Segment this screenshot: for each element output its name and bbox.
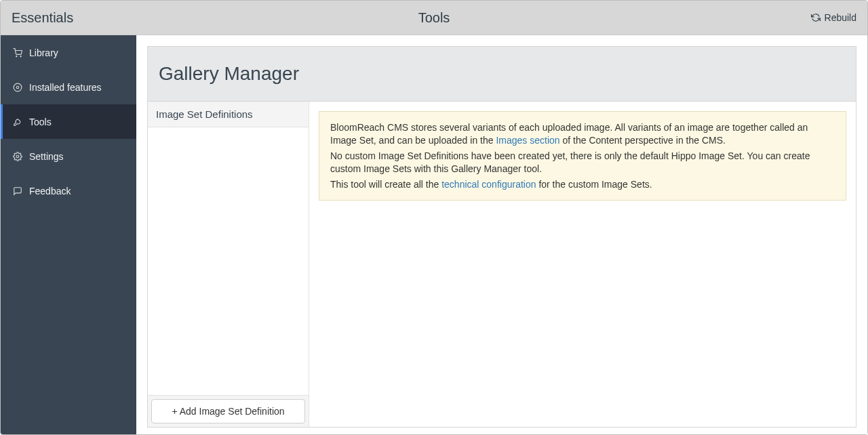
sidebar-item-library[interactable]: Library xyxy=(1,35,136,70)
main-content: Gallery Manager Image Set Definitions + … xyxy=(136,35,867,434)
notice-paragraph-3: This tool will create all the technical … xyxy=(330,178,835,191)
technical-configuration-link[interactable]: technical configuration xyxy=(441,179,536,190)
svg-point-3 xyxy=(16,86,19,89)
rebuild-button[interactable]: Rebuild xyxy=(811,12,856,23)
details-column: BloomReach CMS stores several variants o… xyxy=(309,102,856,427)
sidebar-item-installed-features[interactable]: Installed features xyxy=(1,70,136,104)
svg-point-2 xyxy=(14,83,22,91)
sidebar-item-settings[interactable]: Settings xyxy=(1,139,136,173)
info-notice: BloomReach CMS stores several variants o… xyxy=(319,111,846,201)
definitions-column: Image Set Definitions + Add Image Set De… xyxy=(148,102,309,427)
rebuild-label: Rebuild xyxy=(825,12,856,23)
disc-icon xyxy=(13,83,22,92)
sidebar-item-label: Feedback xyxy=(29,186,71,196)
notice-paragraph-1: BloomReach CMS stores several variants o… xyxy=(330,121,835,147)
sidebar-item-feedback[interactable]: Feedback xyxy=(1,173,136,208)
sidebar-item-tools[interactable]: Tools xyxy=(1,104,136,139)
definitions-header: Image Set Definitions xyxy=(148,102,309,127)
panel-title: Gallery Manager xyxy=(159,63,845,85)
svg-point-0 xyxy=(16,56,17,56)
add-image-set-button[interactable]: + Add Image Set Definition xyxy=(151,399,305,423)
sidebar-item-label: Installed features xyxy=(29,82,102,93)
sidebar-item-label: Settings xyxy=(29,151,64,162)
svg-point-1 xyxy=(20,56,21,56)
wrench-icon xyxy=(13,117,22,127)
svg-point-4 xyxy=(16,155,19,158)
refresh-icon xyxy=(811,13,821,22)
section-title: Tools xyxy=(418,10,450,26)
definitions-list xyxy=(148,127,309,395)
cart-icon xyxy=(13,48,22,58)
definitions-footer: + Add Image Set Definition xyxy=(148,395,309,427)
sidebar-item-label: Library xyxy=(29,47,58,58)
top-bar: Essentials Tools Rebuild xyxy=(1,1,867,35)
app-title: Essentials xyxy=(12,10,73,26)
sidebar: Library Installed features Tools Setting… xyxy=(1,35,136,434)
chat-icon xyxy=(13,186,22,196)
notice-paragraph-2: No custom Image Set Definitions have bee… xyxy=(330,150,835,175)
sidebar-item-label: Tools xyxy=(29,117,52,127)
images-section-link[interactable]: Images section xyxy=(496,135,559,146)
gallery-manager-panel: Gallery Manager Image Set Definitions + … xyxy=(147,46,856,428)
gear-icon xyxy=(13,152,22,161)
panel-header: Gallery Manager xyxy=(148,47,856,102)
